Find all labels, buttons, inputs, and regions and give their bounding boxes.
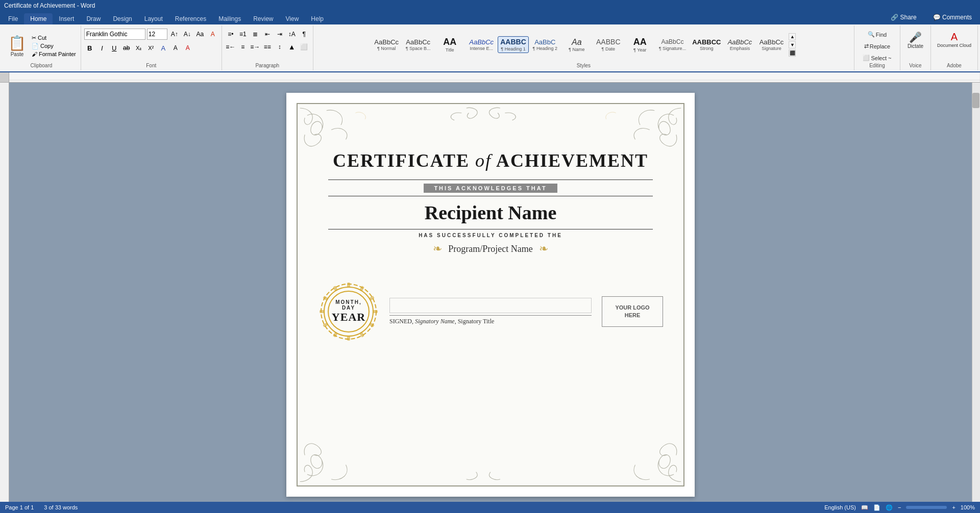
zoom-out-button[interactable]: − bbox=[898, 504, 901, 510]
copy-button[interactable]: 📄 Copy bbox=[30, 42, 78, 50]
borders-button[interactable]: ⬜ bbox=[299, 41, 310, 53]
editing-group: 🔍 Find ⇄ Replace ⬜ Select ~ Editing bbox=[854, 25, 900, 70]
comments-button[interactable]: 💬 Comments bbox=[927, 12, 978, 23]
font-grow-button[interactable]: A↑ bbox=[169, 29, 180, 40]
tab-home[interactable]: Home bbox=[24, 13, 53, 24]
underline-button[interactable]: U bbox=[109, 42, 120, 54]
cut-button[interactable]: ✂ Cut bbox=[30, 34, 78, 42]
zoom-level: 100% bbox=[961, 504, 975, 510]
line-spacing-button[interactable]: ↕ bbox=[274, 41, 285, 53]
seal-year-text: YEAR bbox=[332, 311, 365, 324]
shading-button[interactable]: ▲ bbox=[286, 41, 298, 53]
tab-view[interactable]: View bbox=[280, 13, 305, 24]
tab-file[interactable]: File bbox=[2, 13, 24, 24]
clipboard-group: 📋 Paste ✂ Cut 📄 Copy 🖌 Format Painter Cl… bbox=[2, 25, 81, 70]
view-read-button[interactable]: 📖 bbox=[861, 504, 868, 511]
show-hide-button[interactable]: ¶ bbox=[299, 29, 310, 40]
sort-button[interactable]: ↕A bbox=[286, 29, 298, 40]
tab-design[interactable]: Design bbox=[107, 13, 138, 24]
certificate-program[interactable]: Program/Project Name bbox=[448, 244, 532, 254]
find-button[interactable]: 🔍 Find bbox=[865, 30, 889, 39]
justify-button[interactable]: ≡≡ bbox=[262, 41, 273, 53]
font-shrink-button[interactable]: A↓ bbox=[182, 29, 193, 40]
font-case-button[interactable]: Aa bbox=[194, 29, 206, 40]
tab-mailings[interactable]: Mailings bbox=[212, 13, 247, 24]
paste-button[interactable]: 📋 Paste bbox=[5, 34, 29, 58]
title-bar-text: Certificate of Achievement - Word bbox=[4, 2, 95, 9]
increase-indent-button[interactable]: ⇥ bbox=[274, 29, 285, 40]
certificate-content: CERTIFICATE of ACHIEVEMENT THIS ACKNOWLE… bbox=[308, 150, 673, 255]
right-flourish-icon: ❧ bbox=[539, 242, 548, 255]
style-signature[interactable]: AaBbCc Signature bbox=[756, 37, 787, 53]
style-emphasis[interactable]: AaBbCc Emphasis bbox=[724, 37, 755, 53]
document-cloud-button[interactable]: A Document Cloud bbox=[934, 30, 974, 50]
multilevel-list-button[interactable]: ≣ bbox=[250, 29, 261, 40]
paragraph-group: ≡• ≡1 ≣ ⇤ ⇥ ↕A ¶ ≡← ≡ ≡→ ≡≡ ↕ ▲ ⬜ Paragr… bbox=[222, 25, 313, 70]
language-indicator[interactable]: English (US) bbox=[824, 504, 856, 510]
certificate-logo-text: YOUR LOGOHERE bbox=[615, 304, 649, 320]
style-year[interactable]: AA ¶ Year bbox=[625, 35, 655, 55]
style-title[interactable]: AA Title bbox=[434, 35, 465, 55]
select-button[interactable]: ⬜ Select ~ bbox=[860, 53, 894, 63]
style-heading1[interactable]: AABBC ¶ Heading 1 bbox=[498, 36, 529, 53]
main-area: CERTIFICATE of ACHIEVEMENT THIS ACKNOWLE… bbox=[0, 83, 980, 507]
ruler-corner bbox=[0, 72, 9, 83]
status-bar: Page 1 of 1 3 of 33 words English (US) 📖… bbox=[0, 502, 980, 513]
superscript-button[interactable]: X² bbox=[145, 42, 157, 54]
voice-label: Voice bbox=[909, 63, 921, 69]
select-icon: ⬜ bbox=[863, 55, 870, 61]
style-name[interactable]: Aa ¶ Name bbox=[561, 36, 592, 54]
left-flourish-icon: ❧ bbox=[433, 242, 442, 255]
style-date[interactable]: AABBC ¶ Date bbox=[593, 36, 624, 53]
view-print-button[interactable]: 📄 bbox=[873, 504, 880, 511]
style-space-before[interactable]: AaBbCc ¶ Space B... bbox=[403, 37, 433, 53]
italic-button[interactable]: I bbox=[96, 42, 108, 54]
bold-button[interactable]: B bbox=[84, 42, 95, 54]
right-scrollbar[interactable] bbox=[972, 83, 980, 507]
style-heading2[interactable]: AaBbC ¶ Heading 2 bbox=[530, 37, 560, 53]
zoom-in-button[interactable]: + bbox=[952, 504, 955, 510]
certificate-logo-box[interactable]: YOUR LOGOHERE bbox=[602, 296, 663, 327]
certificate-outer: CERTIFICATE of ACHIEVEMENT THIS ACKNOWLE… bbox=[286, 93, 695, 497]
styles-scroll-down[interactable]: ▼ bbox=[789, 41, 796, 48]
tab-review[interactable]: Review bbox=[247, 13, 279, 24]
highlight-color-button[interactable]: A bbox=[170, 42, 181, 54]
zoom-slider[interactable] bbox=[906, 506, 947, 509]
tab-layout[interactable]: Layout bbox=[138, 13, 169, 24]
style-intense-emphasis[interactable]: AaBbCc Intense E... bbox=[466, 37, 497, 53]
styles-gallery: AaBbCc ¶ Normal AaBbCc ¶ Space B... AA T… bbox=[371, 35, 787, 55]
align-right-button[interactable]: ≡→ bbox=[250, 41, 261, 53]
align-left-button[interactable]: ≡← bbox=[225, 41, 236, 53]
tab-insert[interactable]: Insert bbox=[53, 13, 80, 24]
style-strong[interactable]: AABBCC Strong bbox=[690, 37, 723, 53]
format-painter-button[interactable]: 🖌 Format Painter bbox=[30, 50, 78, 58]
font-size-input[interactable] bbox=[147, 29, 167, 40]
style-normal[interactable]: AaBbCc ¶ Normal bbox=[371, 37, 402, 53]
view-web-button[interactable]: 🌐 bbox=[886, 504, 893, 511]
certificate-recipient[interactable]: Recipient Name bbox=[308, 201, 673, 224]
document-page[interactable]: CERTIFICATE of ACHIEVEMENT THIS ACKNOWLE… bbox=[286, 93, 695, 497]
replace-button[interactable]: ⇄ Replace bbox=[862, 41, 893, 51]
share-button[interactable]: 🔗 Share bbox=[885, 12, 922, 23]
numbering-button[interactable]: ≡1 bbox=[237, 29, 249, 40]
align-center-button[interactable]: ≡ bbox=[237, 41, 249, 53]
styles-expand[interactable]: ⬛ bbox=[789, 49, 796, 57]
tab-help[interactable]: Help bbox=[305, 13, 330, 24]
styles-scroll-up[interactable]: ▲ bbox=[789, 33, 796, 40]
certificate-program-row: ❧ Program/Project Name ❧ bbox=[308, 242, 673, 255]
style-signature-line[interactable]: AaBbCc ¶ Signature... bbox=[656, 37, 689, 52]
font-name-input[interactable] bbox=[84, 29, 145, 40]
dictate-button[interactable]: 🎤 Dictate bbox=[904, 30, 926, 50]
text-effects-button[interactable]: A bbox=[158, 42, 169, 54]
strikethrough-button[interactable]: ab bbox=[121, 42, 132, 54]
tab-references[interactable]: References bbox=[169, 13, 212, 24]
decrease-indent-button[interactable]: ⇤ bbox=[262, 29, 273, 40]
certificate-signature-area: SIGNED, Signatory Name, Signatory Title bbox=[389, 298, 592, 325]
paragraph-label: Paragraph bbox=[255, 63, 279, 69]
clear-format-button[interactable]: A bbox=[207, 29, 218, 40]
font-color-button[interactable]: A bbox=[182, 42, 193, 54]
tab-draw[interactable]: Draw bbox=[80, 13, 107, 24]
bullets-button[interactable]: ≡• bbox=[225, 29, 236, 40]
paste-label: Paste bbox=[11, 52, 24, 57]
subscript-button[interactable]: X₂ bbox=[133, 42, 144, 54]
